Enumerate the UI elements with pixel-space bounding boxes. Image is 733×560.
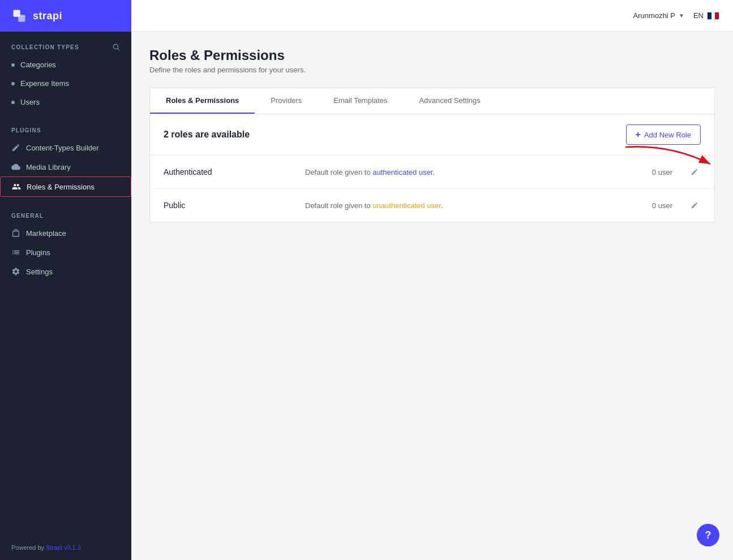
pencil-icon bbox=[691, 168, 698, 176]
main-content: Arunmozhi P ▼ EN Roles & Permissions Def… bbox=[131, 0, 733, 560]
language-selector[interactable]: EN bbox=[693, 11, 719, 20]
tabs-bar: Roles & Permissions Providers Email Temp… bbox=[149, 88, 715, 114]
plus-icon: + bbox=[636, 130, 641, 140]
sidebar-item-users[interactable]: Users bbox=[0, 93, 131, 111]
list-icon bbox=[11, 248, 20, 257]
role-name: Authenticated bbox=[164, 167, 305, 176]
general-section: General Marketplace Plugins Settings bbox=[0, 201, 131, 286]
page-content-area: Roles & Permissions Define the roles and… bbox=[131, 32, 733, 560]
role-highlight: unauthenticated user bbox=[372, 201, 441, 210]
sidebar-item-settings[interactable]: Settings bbox=[0, 262, 131, 281]
collection-types-label: Collection Types bbox=[0, 43, 131, 55]
tab-providers[interactable]: Providers bbox=[255, 88, 318, 114]
role-highlight: authenticated user bbox=[372, 168, 432, 176]
settings-icon bbox=[11, 267, 20, 276]
role-user-count: 0 user bbox=[616, 168, 672, 176]
bullet-icon bbox=[11, 63, 15, 67]
svg-rect-1 bbox=[18, 15, 25, 21]
sidebar-item-media-library[interactable]: Media Library bbox=[0, 157, 131, 176]
tab-advanced-settings[interactable]: Advanced Settings bbox=[403, 88, 496, 114]
app-name: strapi bbox=[33, 10, 62, 22]
svg-line-3 bbox=[118, 49, 119, 50]
sidebar-item-roles-permissions[interactable]: Roles & Permissions bbox=[0, 176, 131, 197]
edit-role-button[interactable] bbox=[688, 166, 701, 178]
svg-point-2 bbox=[113, 44, 118, 49]
cloud-icon bbox=[11, 162, 20, 171]
sidebar-item-content-types-builder[interactable]: Content-Types Builder bbox=[0, 138, 131, 157]
roles-header: 2 roles are available + Add New Role bbox=[150, 114, 714, 156]
role-description: Default role given to unauthenticated us… bbox=[305, 201, 616, 210]
plugins-label: Plugins bbox=[0, 127, 131, 138]
bullet-icon bbox=[11, 82, 15, 85]
chevron-down-icon: ▼ bbox=[679, 12, 684, 19]
role-actions bbox=[672, 199, 701, 212]
general-label: General bbox=[0, 213, 131, 223]
role-user-count: 0 user bbox=[616, 201, 672, 210]
collection-types-section: Collection Types Categories Expense Item… bbox=[0, 32, 131, 116]
role-description: Default role given to authenticated user… bbox=[305, 168, 616, 176]
plugins-section: Plugins Content-Types Builder Media Libr… bbox=[0, 116, 131, 201]
sidebar-item-categories[interactable]: Categories bbox=[0, 55, 131, 74]
add-new-role-button[interactable]: + Add New Role bbox=[626, 124, 701, 145]
sidebar-footer: Powered by Strapi v3.1.3 bbox=[0, 535, 131, 560]
sidebar-logo[interactable]: strapi bbox=[0, 0, 131, 32]
roles-table: 2 roles are available + Add New Role Aut… bbox=[149, 114, 715, 222]
bullet-icon bbox=[11, 101, 15, 104]
sidebar-item-plugins[interactable]: Plugins bbox=[0, 243, 131, 262]
strapi-version-link[interactable]: Strapi v3.1.3 bbox=[46, 544, 81, 551]
search-icon[interactable] bbox=[112, 43, 120, 51]
marketplace-icon bbox=[11, 229, 20, 238]
sidebar-spacer bbox=[0, 286, 131, 535]
page-title: Roles & Permissions bbox=[149, 48, 715, 63]
tab-roles-permissions[interactable]: Roles & Permissions bbox=[150, 88, 255, 114]
pencil-icon bbox=[691, 201, 698, 209]
role-actions bbox=[672, 166, 701, 178]
topbar: Arunmozhi P ▼ EN bbox=[131, 0, 733, 32]
edit-role-button[interactable] bbox=[688, 199, 701, 212]
flag-icon bbox=[707, 12, 719, 20]
page-subtitle: Define the roles and permissions for you… bbox=[149, 66, 715, 74]
tab-email-templates[interactable]: Email Templates bbox=[318, 88, 403, 114]
sidebar-item-expense-items[interactable]: Expense Items bbox=[0, 74, 131, 93]
pencil-icon bbox=[11, 143, 20, 152]
strapi-logo-icon bbox=[11, 8, 27, 24]
roles-count-label: 2 roles are available bbox=[164, 130, 250, 140]
user-menu[interactable]: Arunmozhi P ▼ bbox=[633, 11, 684, 20]
help-button[interactable]: ? bbox=[697, 524, 719, 546]
role-name: Public bbox=[164, 201, 305, 210]
table-row: Public Default role given to unauthentic… bbox=[150, 189, 714, 222]
sidebar-item-marketplace[interactable]: Marketplace bbox=[0, 223, 131, 243]
sidebar: strapi Collection Types Categories Expen… bbox=[0, 0, 131, 560]
username: Arunmozhi P bbox=[633, 11, 675, 20]
lang-label: EN bbox=[693, 11, 704, 20]
page-header: Roles & Permissions Define the roles and… bbox=[149, 48, 715, 74]
users-icon bbox=[12, 182, 21, 191]
table-row: Authenticated Default role given to auth… bbox=[150, 156, 714, 189]
